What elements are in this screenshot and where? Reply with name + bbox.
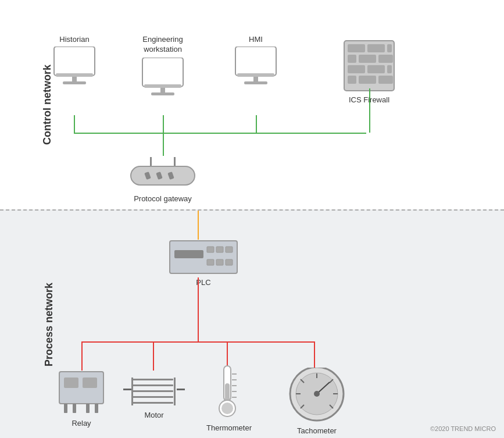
green-wire-h-right: [256, 133, 366, 134]
tachometer-icon: [288, 368, 346, 423]
protocol-gateway-icon: [128, 156, 198, 191]
relay-device: Relay: [58, 371, 105, 428]
svg-rect-14: [367, 44, 385, 52]
svg-rect-45: [95, 404, 98, 413]
svg-rect-46: [123, 389, 131, 390]
svg-rect-13: [348, 44, 365, 52]
protocol-gateway-device: Protocol gateway: [128, 156, 198, 203]
svg-rect-34: [216, 247, 223, 252]
green-wire-ew-down: [163, 115, 164, 133]
motor-device: Motor: [122, 371, 186, 419]
svg-rect-62: [232, 391, 237, 392]
svg-rect-15: [387, 44, 392, 52]
historian-icon: [51, 47, 98, 90]
historian-label: Historian: [51, 35, 98, 44]
relay-icon: [58, 371, 105, 414]
svg-point-58: [221, 403, 233, 414]
svg-rect-38: [226, 259, 233, 265]
svg-rect-21: [387, 65, 392, 73]
protocol-gateway-label: Protocol gateway: [128, 194, 198, 203]
red-wire-horizontal: [81, 341, 314, 343]
plc-label: PLC: [169, 278, 238, 287]
red-wire-main-down: [198, 277, 199, 341]
svg-rect-43: [73, 404, 76, 413]
svg-rect-49: [133, 390, 173, 392]
svg-rect-23: [359, 76, 376, 84]
svg-rect-7: [144, 84, 181, 88]
red-wire-relay: [81, 341, 83, 371]
svg-rect-20: [367, 65, 385, 73]
svg-rect-50: [133, 396, 173, 398]
svg-rect-3: [56, 73, 93, 77]
svg-rect-47: [133, 379, 173, 380]
process-network-section: Process network PLC: [0, 209, 504, 438]
svg-rect-61: [232, 385, 237, 386]
svg-rect-42: [64, 404, 67, 413]
thermometer-label: Thermometer: [206, 423, 252, 432]
svg-rect-60: [232, 379, 237, 380]
svg-rect-22: [348, 76, 356, 84]
svg-rect-51: [133, 402, 173, 404]
svg-rect-54: [177, 389, 185, 390]
svg-rect-59: [232, 373, 237, 375]
tachometer-label: Tachometer: [288, 426, 346, 435]
red-wire-motor: [153, 341, 154, 371]
thermometer-icon: [206, 365, 247, 420]
svg-rect-24: [378, 76, 393, 84]
red-wire-tachometer: [314, 341, 315, 371]
svg-rect-40: [64, 378, 78, 388]
hmi-device: HMI: [233, 35, 279, 92]
green-wire-center-down: [163, 133, 164, 156]
svg-rect-41: [83, 378, 97, 388]
svg-rect-56: [225, 383, 230, 402]
svg-rect-16: [348, 55, 356, 63]
motor-icon: [122, 371, 186, 408]
relay-label: Relay: [58, 419, 105, 428]
control-network-section: Control network Historian Engineeringwor…: [0, 0, 504, 209]
historian-device: Historian: [51, 35, 98, 92]
motor-label: Motor: [122, 411, 186, 419]
plc-icon: [169, 240, 238, 275]
green-wire-h-mid: [163, 133, 257, 134]
svg-rect-35: [226, 247, 233, 252]
svg-rect-36: [207, 259, 214, 265]
hmi-icon: [233, 47, 279, 90]
svg-rect-10: [244, 81, 267, 84]
engineering-workstation-label: Engineeringworkstation: [140, 35, 186, 55]
svg-rect-0: [54, 47, 95, 76]
ics-firewall-icon: [343, 40, 395, 92]
thermometer-device: Thermometer: [206, 365, 252, 432]
plc-device: PLC: [169, 240, 238, 287]
engineering-workstation-device: Engineeringworkstation: [140, 35, 186, 104]
tachometer-device: Tachometer: [288, 368, 346, 435]
svg-rect-63: [232, 397, 237, 398]
green-wire-h-left: [74, 133, 163, 134]
svg-rect-8: [235, 47, 276, 76]
svg-rect-2: [63, 81, 86, 84]
svg-rect-27: [131, 166, 195, 185]
green-wire-hmi-down: [256, 115, 257, 133]
hmi-label: HMI: [233, 35, 279, 44]
svg-rect-53: [174, 378, 176, 405]
svg-rect-19: [348, 65, 365, 73]
process-network-label: Process network: [43, 282, 55, 366]
svg-rect-32: [174, 250, 203, 258]
svg-rect-4: [142, 58, 183, 87]
svg-rect-18: [378, 55, 393, 63]
svg-rect-48: [133, 384, 173, 386]
engineering-workstation-icon: [140, 58, 186, 101]
svg-rect-11: [237, 73, 274, 77]
svg-rect-37: [216, 259, 223, 265]
green-wire-historian-down: [74, 115, 75, 133]
svg-rect-52: [131, 378, 133, 405]
svg-rect-6: [151, 92, 174, 95]
svg-rect-17: [359, 55, 376, 63]
svg-rect-33: [207, 247, 214, 252]
green-wire-firewall-down: [369, 88, 370, 133]
svg-rect-44: [86, 404, 90, 413]
copyright: ©2020 TREND MICRO: [430, 425, 496, 432]
svg-point-74: [314, 391, 320, 397]
yellow-wire-gateway-plc: [198, 211, 199, 240]
